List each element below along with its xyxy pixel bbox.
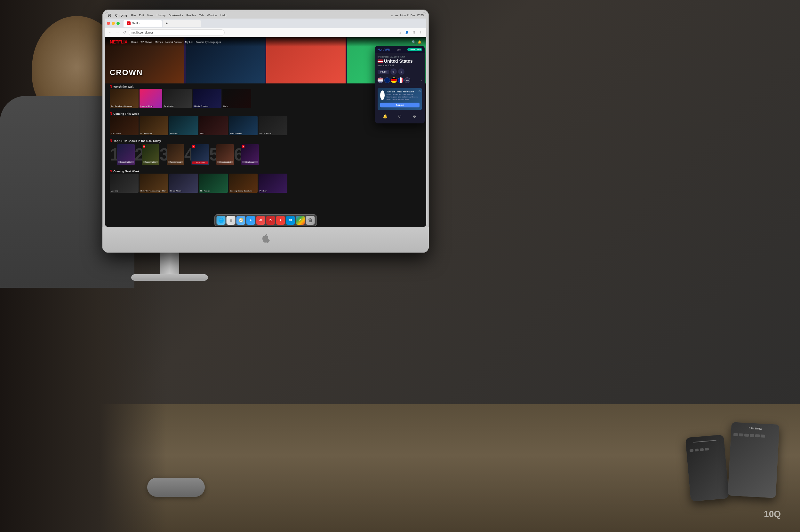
expand-flags-icon[interactable]: › <box>421 79 422 82</box>
vpn-refresh-btn[interactable]: ↺ <box>390 69 397 75</box>
chrome-omnibar: ← → ↺ netflix.com/latest ☆ 👤 ⚙ ⋮ <box>105 28 426 37</box>
profile-icon[interactable]: 👤 <box>404 30 410 36</box>
top10-item-4[interactable]: 4 N New Season <box>184 143 209 166</box>
vpn-settings-icon[interactable]: ⚙ <box>412 113 418 119</box>
dock-chrome-icon[interactable]: C <box>296 216 305 225</box>
menu-window[interactable]: Window <box>207 14 217 17</box>
extensions-icon[interactable]: ⚙ <box>411 30 417 36</box>
show-card-nanny[interactable]: The Nanny <box>199 174 228 193</box>
nordvpn-header: NordVPN Lite CONNECTED <box>375 46 425 53</box>
address-text: netflix.com/latest <box>131 31 153 34</box>
show-card-label: End of World <box>259 132 286 134</box>
dock-toolbox-icon[interactable]: ✦ <box>247 216 255 225</box>
show-card-bank-of-dave[interactable]: Bank of Dave <box>229 116 258 135</box>
menu-history[interactable]: History <box>157 14 165 17</box>
address-bar[interactable]: netflix.com/latest <box>129 30 225 36</box>
show-card-1923[interactable]: 1923 <box>199 116 228 135</box>
show-card-crown[interactable]: The Crown <box>110 116 139 135</box>
menu-help[interactable]: Help <box>220 14 226 17</box>
menubar-items: File Edit View History Bookmarks Profile… <box>131 14 226 17</box>
netflix-n-badge: N <box>192 145 195 148</box>
show-card-rebel-moon[interactable]: Rebel Moon <box>169 174 198 193</box>
flag-fr[interactable] <box>398 77 403 83</box>
chrome-new-tab[interactable]: + <box>163 20 201 27</box>
menu-tab[interactable]: Tab <box>199 14 204 17</box>
imac-screen-bezel: ⌘ Chrome File Edit View History Bookmark… <box>105 12 426 227</box>
imac-stand-base <box>131 274 208 281</box>
maximize-button[interactable] <box>116 22 120 25</box>
show-card-label: Dark <box>223 105 250 107</box>
back-button[interactable]: ← <box>108 30 113 36</box>
top10-cards: 1 Recently added 2 N Recently a <box>105 143 426 166</box>
dock-safari-icon[interactable]: 🧭 <box>236 216 246 225</box>
row-top10-tv: N Top 10 TV Shows in the U.S. Today 1 Re… <box>105 138 426 166</box>
minimize-button[interactable] <box>112 22 115 25</box>
dock-bear-icon[interactable]: B <box>266 216 275 225</box>
menu-edit[interactable]: Edit <box>139 14 144 17</box>
top10-item-2[interactable]: 2 N Recently added <box>135 143 160 166</box>
menu-file[interactable]: File <box>131 14 136 17</box>
show-card-love-is-blind[interactable]: Love is Blind <box>140 89 162 108</box>
vpn-bell-icon[interactable]: 🔔 <box>382 113 388 119</box>
nav-new-popular[interactable]: New & Popular <box>165 41 182 43</box>
show-card-prodigy[interactable]: Prodigy <box>258 174 287 193</box>
vpn-info-btn[interactable]: ℹ <box>398 69 404 75</box>
apple-menu[interactable]: ⌘ <box>108 13 111 18</box>
row-title-coming-next-week: Coming Next Week <box>113 170 139 173</box>
show-card-maestro[interactable]: Maestro <box>110 174 139 193</box>
pause-button[interactable]: Pause <box>378 70 389 74</box>
show-card-end-world[interactable]: End of World <box>258 116 287 135</box>
show-card-haruhito[interactable]: Haruhito <box>169 116 198 135</box>
nav-movies[interactable]: Movies <box>155 41 163 43</box>
dock-launchpad-icon[interactable]: ⊞ <box>226 216 236 225</box>
netflix-n-badge: N <box>110 139 112 142</box>
show-card-label: 3 Body Problem <box>194 105 220 107</box>
flag-gb[interactable] <box>384 77 390 83</box>
threat-close-button[interactable]: ✕ <box>418 89 421 93</box>
imac-stand-neck <box>160 251 179 277</box>
close-button[interactable] <box>107 22 110 25</box>
nav-home[interactable]: Home <box>131 41 138 43</box>
menu-profiles[interactable]: Profiles <box>186 14 196 17</box>
netflix-logo: NETFLIX <box>110 39 127 44</box>
nav-browse-languages[interactable]: Browse by Languages <box>196 41 221 43</box>
menu-icon[interactable]: ⋮ <box>418 30 424 36</box>
recently-added-badge: New Update <box>242 161 258 164</box>
flag-de[interactable] <box>391 77 397 83</box>
top10-item-1[interactable]: 1 Recently added <box>110 143 135 166</box>
show-card-budget[interactable]: On a Budget <box>140 116 168 135</box>
show-card-boy-swallows[interactable]: Boy Swallows Universe <box>110 89 139 108</box>
show-card-3body[interactable]: 3 Body Problem <box>193 89 221 108</box>
nav-tv-shows[interactable]: TV Shows <box>141 41 152 43</box>
dock-1password-icon[interactable]: 1P <box>286 216 295 225</box>
flag-us[interactable] <box>378 77 383 83</box>
vpn-shield-icon[interactable]: 🛡 <box>397 113 403 119</box>
show-card-dark[interactable]: Dark <box>222 89 251 108</box>
top10-item-5[interactable]: 5 Recently added <box>209 143 234 166</box>
reload-button[interactable]: ↺ <box>122 30 127 36</box>
top10-item-3[interactable]: 3 Recently added <box>159 143 184 166</box>
dock-spark-icon[interactable]: ✦ <box>276 216 285 225</box>
thumbnail: N New Season <box>192 144 209 165</box>
forward-button[interactable]: → <box>114 30 120 36</box>
show-card-ricky[interactable]: Ricky Gervais: Armageddon <box>140 174 168 193</box>
search-icon[interactable]: 🔍 <box>412 40 416 44</box>
bookmark-icon[interactable]: ☆ <box>397 30 403 36</box>
nav-my-list[interactable]: My List <box>185 41 193 43</box>
dock-trash-icon[interactable]: 🗑 <box>306 216 315 225</box>
watermark-10q: 10Q <box>764 509 781 519</box>
show-card-gyeong[interactable]: Gyeong-Seong Creature <box>229 174 258 193</box>
dock-finder-icon[interactable]: 🌐 <box>217 216 225 225</box>
menu-view[interactable]: View <box>147 14 153 17</box>
top10-item-6[interactable]: 6 N New Update <box>234 143 259 166</box>
notification-icon[interactable]: 🔔 <box>418 40 421 44</box>
menu-bookmarks[interactable]: Bookmarks <box>169 14 183 17</box>
threat-turn-on-button[interactable]: Turn on <box>380 102 419 108</box>
show-card-label: Prodigy <box>259 190 286 192</box>
dock-mailmac-icon[interactable]: iM <box>256 216 265 225</box>
apple-logo-icon <box>261 234 270 246</box>
flag-more[interactable]: ••• <box>404 77 410 83</box>
chrome-tab-netflix[interactable]: N Netflix <box>124 20 162 27</box>
show-card-terminator[interactable]: Terminator <box>163 89 192 108</box>
imac-frame: ⌘ Chrome File Edit View History Bookmark… <box>103 10 429 252</box>
